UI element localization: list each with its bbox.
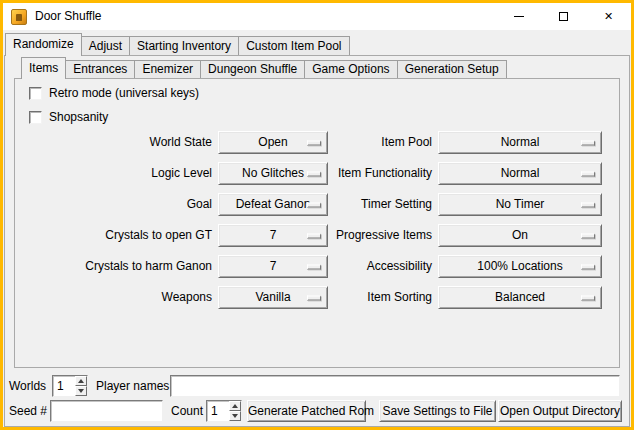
tab-game-options[interactable]: Game Options	[304, 60, 397, 78]
item-functionality-value: Normal	[501, 166, 540, 180]
worlds-spin-up[interactable]	[75, 376, 87, 386]
worlds-label: Worlds	[9, 375, 46, 397]
minimize-button[interactable]	[496, 3, 541, 30]
count-spinner	[206, 400, 242, 422]
open-output-directory-button[interactable]: Open Output Directory	[498, 400, 622, 422]
dropdown-indicator	[581, 171, 595, 176]
shopsanity-label: Shopsanity	[49, 110, 108, 124]
worlds-spin-down[interactable]	[75, 386, 87, 396]
accessibility-label: Accessibility	[300, 255, 432, 278]
primary-tabstrip: Randomize Adjust Starting Inventory Cust…	[5, 33, 349, 56]
crystals-ganon-label: Crystals to harm Ganon	[60, 255, 212, 278]
progressive-items-value: On	[512, 228, 528, 242]
accessibility-value: 100% Locations	[477, 259, 562, 273]
app-icon	[11, 9, 27, 25]
shopsanity-checkbox[interactable]	[29, 111, 42, 124]
dropdown-indicator	[581, 202, 595, 207]
accessibility-dropdown[interactable]: 100% Locations	[438, 255, 602, 278]
crystals-gt-value: 7	[270, 228, 277, 242]
tab-custom-item-pool[interactable]: Custom Item Pool	[238, 36, 349, 55]
tab-adjust[interactable]: Adjust	[81, 36, 130, 55]
tab-items[interactable]: Items	[21, 57, 66, 79]
tab-randomize[interactable]: Randomize	[5, 33, 82, 56]
progressive-items-label: Progressive Items	[300, 224, 432, 247]
count-spin-down[interactable]	[229, 411, 241, 421]
crystals-ganon-value: 7	[270, 259, 277, 273]
logic-level-label: Logic Level	[60, 162, 212, 185]
retro-mode-checkbox[interactable]	[29, 87, 42, 100]
item-sorting-label: Item Sorting	[300, 286, 432, 309]
weapons-value: Vanilla	[255, 290, 290, 304]
world-state-value: Open	[258, 135, 287, 149]
item-functionality-label: Item Functionality	[300, 162, 432, 185]
close-button[interactable]: ✕	[586, 3, 631, 30]
tab-dungeon-shuffle[interactable]: Dungeon Shuffle	[200, 60, 305, 78]
door-shuffle-window: Door Shuffle ✕ Randomize Adjust Starting…	[0, 0, 634, 430]
shopsanity-checkbox-row: Shopsanity	[29, 110, 108, 124]
item-sorting-dropdown[interactable]: Balanced	[438, 286, 602, 309]
count-spin-up[interactable]	[229, 401, 241, 411]
weapons-label: Weapons	[60, 286, 212, 309]
dropdown-indicator	[581, 295, 595, 300]
tab-entrances[interactable]: Entrances	[65, 60, 135, 78]
logic-level-value: No Glitches	[242, 166, 304, 180]
secondary-tabstrip: Items Entrances Enemizer Dungeon Shuffle…	[21, 57, 506, 79]
window-title: Door Shuffle	[35, 3, 102, 30]
save-settings-button[interactable]: Save Settings to File	[379, 400, 496, 422]
spin-up-icon	[232, 404, 238, 408]
retro-mode-label: Retro mode (universal keys)	[49, 86, 199, 100]
titlebar[interactable]: Door Shuffle ✕	[3, 3, 631, 30]
timer-setting-value: No Timer	[496, 197, 545, 211]
generate-patched-rom-button[interactable]: Generate Patched Rom	[247, 400, 366, 422]
seed-label: Seed #	[9, 400, 47, 422]
timer-setting-label: Timer Setting	[300, 193, 432, 216]
seed-input[interactable]	[50, 400, 163, 422]
goal-label: Goal	[60, 193, 212, 216]
spin-up-icon	[78, 379, 84, 383]
progressive-items-dropdown[interactable]: On	[438, 224, 602, 247]
world-state-label: World State	[60, 131, 212, 154]
player-names-input[interactable]	[170, 375, 620, 397]
item-pool-dropdown[interactable]: Normal	[438, 131, 602, 154]
tab-generation-setup[interactable]: Generation Setup	[397, 60, 507, 78]
player-names-label: Player names	[96, 375, 169, 397]
dropdown-indicator	[581, 140, 595, 145]
spin-down-icon	[78, 389, 84, 393]
dropdown-indicator	[581, 264, 595, 269]
tab-enemizer[interactable]: Enemizer	[134, 60, 201, 78]
dropdown-indicator	[581, 233, 595, 238]
item-sorting-value: Balanced	[495, 290, 545, 304]
spin-down-icon	[232, 414, 238, 418]
close-icon: ✕	[604, 11, 613, 22]
maximize-icon	[559, 12, 568, 21]
item-pool-label: Item Pool	[300, 131, 432, 154]
tab-starting-inventory[interactable]: Starting Inventory	[129, 36, 239, 55]
count-label: Count	[171, 400, 203, 422]
maximize-button[interactable]	[541, 3, 586, 30]
worlds-spinner	[52, 375, 88, 397]
item-pool-value: Normal	[501, 135, 540, 149]
timer-setting-dropdown[interactable]: No Timer	[438, 193, 602, 216]
item-functionality-dropdown[interactable]: Normal	[438, 162, 602, 185]
crystals-gt-label: Crystals to open GT	[60, 224, 212, 247]
minimize-icon	[514, 16, 524, 17]
retro-mode-checkbox-row: Retro mode (universal keys)	[29, 86, 199, 100]
